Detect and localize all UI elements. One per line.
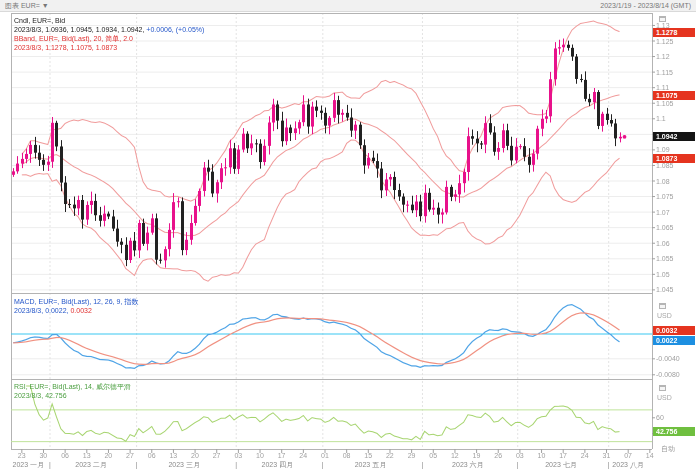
date-axis-tick-label: 24 [299,452,307,460]
month-axis-label: 2023 三月 [168,461,200,469]
bband-upper-badge: 1.1278 [653,28,695,37]
price-axis-tick-label: 1.1 [656,115,666,123]
price-axis-tick-label: 1.06 [656,240,670,248]
legend-bband-values: 2023/8/3, 1.1278, 1.1075, 1.0873 [14,43,204,52]
price-axis-tick-label: 1.075 [656,193,674,201]
price-axis-tick-label: 1.115 [656,69,673,77]
macd-axis-tick-label: -0.0080 [656,371,680,379]
month-axis-label: 2023 五月 [355,461,387,469]
date-axis-tick-label: 06 [148,452,156,460]
month-separator: | [49,461,51,469]
date-axis-tick-label: 26 [494,452,502,460]
month-axis-label: 2023 一月 [12,461,44,469]
month-separator: | [421,461,423,469]
date-axis-tick-label: 29 [408,452,416,460]
macd-axis-tick-label: -0.0040 [656,355,680,363]
date-axis-tick-label: 15 [364,452,372,460]
date-axis-tick-label: 12 [451,452,459,460]
date-axis-tick-label: 19 [473,452,481,460]
legend-ohlc-values: 2023/8/3, 1.0936, 1.0945, 1.0934, 1.0942… [14,25,204,34]
bband-middle-badge: 1.1075 [653,91,695,100]
main-panel-legend: Cndl, EUR=, Bid 2023/8/3, 1.0936, 1.0945… [14,16,204,52]
month-axis-label: 2023 四月 [262,461,294,469]
macd-axis-unit-label: USD [657,312,672,320]
date-axis-tick-label: 22 [386,452,394,460]
month-axis-label: 2023 二月 [75,461,107,469]
date-axis-tick-label: 13 [83,452,91,460]
legend-rsi-series: RSI, EUR=, Bid(Last), 14, 威尔德平滑 [14,382,131,391]
titlebar-date-range: 2023/1/19 - 2023/8/14 (GMT) [600,0,691,11]
macd-value-badge: 0.0022 [653,336,695,345]
titlebar-symbol-dropdown[interactable]: 图表 EUR= ▼ [5,0,49,11]
date-axis-tick-label: 20 [104,452,112,460]
date-axis-tick-label: 01 [321,452,329,460]
rsi-panel-legend: RSI, EUR=, Bid(Last), 14, 威尔德平滑 2023/8/3… [14,382,131,400]
month-separator: | [136,461,138,469]
legend-macd-signal-value: 0.0032 [70,307,91,314]
price-axis-tick-label: 1.065 [656,224,674,232]
date-axis-tick-label: 31 [603,452,611,460]
date-axis-tick-label: 27 [213,452,221,460]
price-axis-tick-label: 1.125 [656,38,674,46]
macd-panel-legend: MACD, EUR=, Bid(Last), 12, 26, 9, 指数 202… [14,297,138,315]
legend-bband-series: BBand, EUR=, Bid(Last), 20, 简单, 2.0 [14,34,204,43]
month-separator: | [235,461,237,469]
date-axis-tick-label: 05 [429,452,437,460]
price-axis-tick-label: 1.05 [656,271,670,279]
month-separator: | [517,461,519,469]
price-axis-tick-label: 1.085 [656,162,674,170]
chart-window: 图表 EUR= ▼ 2023/1/19 - 2023/8/14 (GMT) 1.… [0,0,696,475]
legend-change-value: +0.0006, (+0.05%) [146,26,204,33]
date-axis-tick-label: 10 [538,452,546,460]
month-axis-label: 2023 六月 [452,461,484,469]
price-chart-canvas[interactable] [0,0,696,475]
price-axis-tick-label: 1.12 [656,53,670,61]
date-axis-tick-label: 13 [169,452,177,460]
price-axis-tick-label: 1.045 [656,286,674,294]
rsi-axis-settings-icon[interactable] [659,385,666,391]
date-axis-tick-label: 17 [559,452,567,460]
date-axis-tick-label: 06 [61,452,69,460]
month-axis-label: 2023 七月 [545,461,577,469]
main-axis-settings-icon[interactable] [659,16,666,22]
date-axis-tick-label: 07 [624,452,632,460]
date-axis-tick-label: 23 [18,452,26,460]
rsi-axis-unit-label: USD [657,394,672,402]
price-axis-tick-label: 1.055 [656,255,674,263]
date-axis-tick-label: 27 [126,452,134,460]
axis-auto-scale-label[interactable]: 自动 [661,445,675,453]
macd-axis-settings-icon[interactable] [659,303,666,309]
legend-macd-series: MACD, EUR=, Bid(Last), 12, 26, 9, 指数 [14,297,138,306]
price-axis-tick-label: 1.105 [656,100,674,108]
chart-titlebar: 图表 EUR= ▼ 2023/1/19 - 2023/8/14 (GMT) [0,0,696,12]
month-separator: | [322,461,324,469]
rsi-axis-tick-label: 60 [656,414,664,422]
date-axis-tick-label: 03 [234,452,242,460]
last-price-badge: 1.0942 [653,132,695,141]
date-axis-tick-label: 08 [343,452,351,460]
macd-signal-badge: 0.0032 [653,326,695,335]
date-axis-tick-label: 24 [581,452,589,460]
price-axis-tick-label: 1.07 [656,209,670,217]
price-axis-tick-label: 1.08 [656,178,670,186]
date-axis-tick-label: 10 [256,452,264,460]
legend-rsi-value: 2023/8/3, 42.756 [14,391,131,400]
rsi-value-badge: 42.756 [653,427,695,436]
bband-lower-badge: 1.0873 [653,154,695,163]
legend-candle-series: Cndl, EUR=, Bid [14,16,204,25]
date-axis-tick-label: 17 [278,452,286,460]
date-axis-tick-label: 30 [39,452,47,460]
date-axis-tick-label: 20 [191,452,199,460]
legend-macd-values: 2023/8/3, 0.0022, 0.0032 [14,306,138,315]
date-axis-tick-label: 03 [516,452,524,460]
month-separator: | [608,461,610,469]
month-axis-label: 2023 八月 [612,461,644,469]
date-axis-tick-label: 14 [646,452,654,460]
